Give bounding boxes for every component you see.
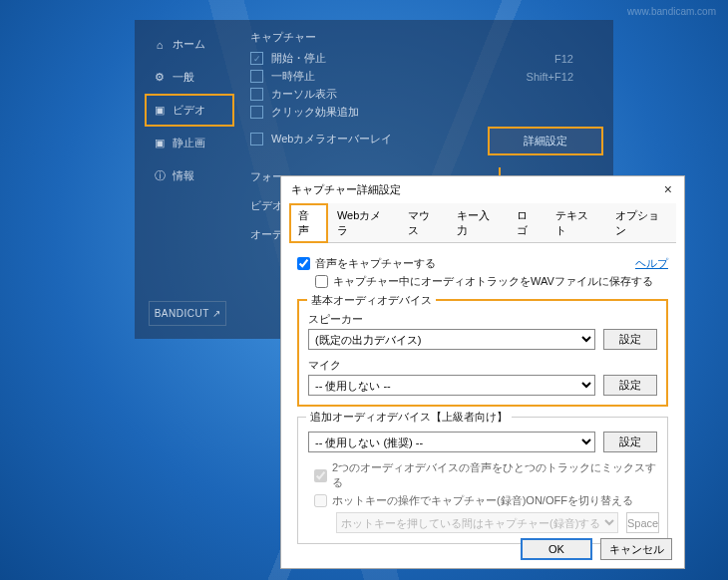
capture-item-label: 開始・停止 [271,51,326,66]
sidebar-item-label: 情報 [173,168,194,183]
checkbox-icon[interactable]: ✓ [250,52,263,65]
sidebar-item-image[interactable]: ▣静止画 [145,127,234,159]
image-icon: ▣ [153,137,167,149]
basic-audio-group-title: 基本オーディオデバイス [307,293,436,308]
speaker-config-button[interactable]: 設定 [603,329,657,350]
hotkey-toggle-label: ホットキーの操作でキャプチャー(録音)ON/OFFを切り替える [332,493,633,508]
close-icon[interactable]: × [658,181,678,197]
checkbox-icon[interactable] [250,70,263,83]
capture-row-cursor[interactable]: カーソル表示 [250,87,603,102]
mic-label: マイク [308,358,657,373]
save-wav-label: キャプチャー中にオーディオトラックをWAVファイルに保存する [333,274,653,289]
tab-logo[interactable]: ロゴ [508,203,546,242]
capture-item-label: Webカメラオーバーレイ [271,132,392,146]
sidebar-item-label: 静止画 [173,136,205,150]
capture-row-start-stop[interactable]: ✓開始・停止F12 [250,51,603,66]
hotkey-key-box: Space [626,512,659,533]
mix-two-checkbox [314,469,327,482]
speaker-select[interactable]: (既定の出力デバイス) [308,329,595,350]
checkbox-icon[interactable] [250,133,263,145]
capture-item-label: 一時停止 [271,69,315,84]
hotkey-mode-select: ホットキーを押している間はキャプチャー(録音)する [336,512,618,533]
video-icon: ▣ [153,104,167,117]
hotkey-label: F12 [554,53,573,65]
help-link[interactable]: ヘルプ [635,256,668,271]
tab-keyinput[interactable]: キー入力 [448,203,508,242]
sidebar-item-video[interactable]: ▣ビデオ [145,94,234,127]
tab-audio-body: 音声をキャプチャーする ヘルプ キャプチャー中にオーディオトラックをWAVファイ… [281,243,684,554]
hotkey-toggle-checkbox [314,494,327,507]
mic-config-button[interactable]: 設定 [603,375,657,396]
home-icon: ⌂ [153,39,167,51]
watermark-text: www.bandicam.com [627,6,716,17]
sidebar-item-label: ホーム [173,37,205,52]
tab-audio[interactable]: 音声 [289,203,328,243]
capture-sound-label: 音声をキャプチャーする [315,256,436,271]
checkbox-icon[interactable] [250,106,263,119]
sidebar-item-label: 一般 [173,70,194,85]
basic-audio-group: 基本オーディオデバイス スピーカー (既定の出力デバイス) 設定 マイク -- … [297,299,668,407]
dialog-titlebar: キャプチャー詳細設定 × [281,176,684,203]
mix-two-label: 2つのオーディオデバイスの音声をひとつのトラックにミックスする [332,460,657,490]
sidebar-item-info[interactable]: ⓘ情報 [145,159,234,192]
capture-detail-dialog: キャプチャー詳細設定 × 音声 Webカメラ マウス キー入力 ロゴ テキスト … [280,175,685,569]
additional-audio-select[interactable]: -- 使用しない (推奨) -- [308,432,595,452]
capture-item-label: カーソル表示 [271,87,337,102]
sidebar-item-label: ビデオ [173,103,205,118]
sidebar: ⌂ホーム ⚙一般 ▣ビデオ ▣静止画 ⓘ情報 [145,28,234,192]
bandicut-banner[interactable]: BANDICUT ↗ [149,301,226,326]
tab-mouse[interactable]: マウス [399,203,448,242]
speaker-label: スピーカー [308,312,657,327]
capture-row-webcam-overlay[interactable]: Webカメラオーバーレイ 詳細設定 [250,123,603,155]
capture-sound-checkbox[interactable] [297,257,310,270]
sidebar-item-general[interactable]: ⚙一般 [145,61,234,94]
hotkey-label: Shift+F12 [527,71,573,83]
capture-section-label: キャプチャー [250,30,603,45]
checkbox-icon[interactable] [250,88,263,101]
tab-webcam[interactable]: Webカメラ [328,203,399,242]
additional-audio-group: 追加オーディオデバイス【上級者向け】 -- 使用しない (推奨) -- 設定 2… [297,417,668,544]
save-wav-checkbox[interactable] [315,275,328,288]
additional-audio-group-title: 追加オーディオデバイス【上級者向け】 [306,410,512,425]
info-icon: ⓘ [153,168,167,183]
capture-row-pause[interactable]: 一時停止Shift+F12 [250,69,603,84]
gear-icon: ⚙ [153,71,167,84]
dialog-title-text: キャプチャー詳細設定 [291,182,401,197]
cancel-button[interactable]: キャンセル [600,538,672,560]
dialog-footer: OK キャンセル [521,538,672,560]
tab-options[interactable]: オプション [606,203,676,242]
sidebar-item-home[interactable]: ⌂ホーム [145,28,234,61]
mic-select[interactable]: -- 使用しない -- [308,375,595,396]
dialog-tabs: 音声 Webカメラ マウス キー入力 ロゴ テキスト オプション [289,203,676,243]
additional-audio-config-button[interactable]: 設定 [603,432,657,452]
ok-button[interactable]: OK [521,538,592,560]
capture-item-label: クリック効果追加 [271,105,359,120]
tab-text[interactable]: テキスト [546,203,606,242]
detail-settings-button[interactable]: 詳細設定 [488,127,603,155]
capture-row-click-effect[interactable]: クリック効果追加 [250,105,603,120]
